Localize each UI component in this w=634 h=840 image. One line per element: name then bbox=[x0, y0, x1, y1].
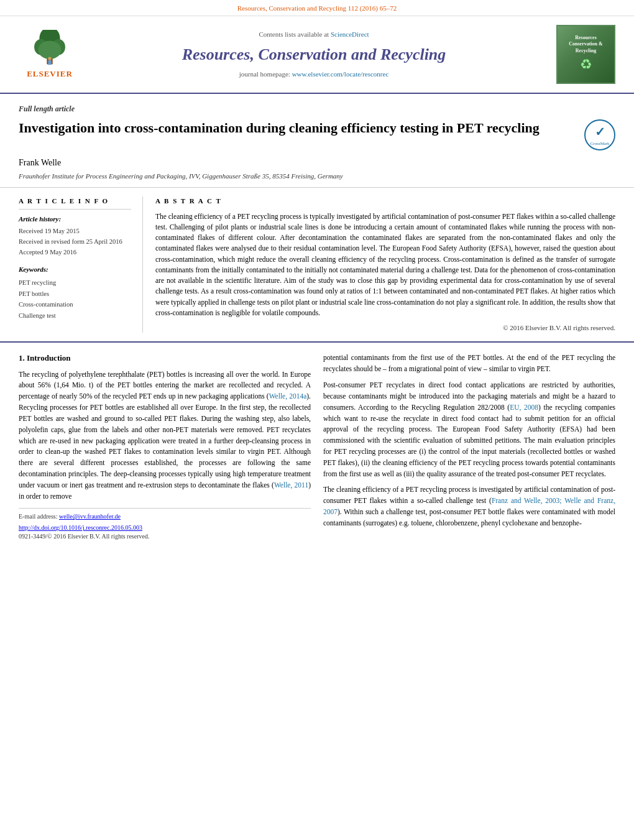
right-para-1: potential contaminants from the first us… bbox=[323, 353, 615, 375]
abstract-column: A B S T R A C T The cleaning efficiency … bbox=[155, 196, 615, 333]
left-content-column: 1. Introduction The recycling of polyeth… bbox=[19, 353, 311, 541]
journal-title-area: Contents lists available at ScienceDirec… bbox=[81, 30, 547, 79]
sciencedirect-link[interactable]: ScienceDirect bbox=[331, 30, 369, 38]
email-label: E-mail address: bbox=[19, 513, 57, 520]
keyword-pet-bottles: PET bottles bbox=[19, 288, 131, 300]
top-bar: Resources, Conservation and Recycling 11… bbox=[0, 0, 634, 16]
article-info-column: A R T I C L E I N F O Article history: R… bbox=[19, 196, 143, 333]
article-info-abstract-row: A R T I C L E I N F O Article history: R… bbox=[0, 188, 634, 343]
welle-2014a-link[interactable]: Welle, 2014a bbox=[269, 392, 307, 400]
crossmark-icon: ✓ bbox=[595, 123, 605, 141]
journal-header: ELSEVIER Contents lists available at Sci… bbox=[0, 16, 634, 94]
article-history: Article history: Received 19 May 2015 Re… bbox=[19, 215, 131, 258]
sciencedirect-line: Contents lists available at ScienceDirec… bbox=[81, 30, 547, 39]
article-type-label: Full length article bbox=[19, 104, 615, 114]
article-title-row: Investigation into cross-contamination d… bbox=[19, 119, 615, 150]
doi-link[interactable]: http://dx.doi.org/10.1016/j.resconrec.20… bbox=[19, 524, 142, 531]
journal-name: Resources, Conservation and Recycling bbox=[81, 44, 547, 66]
elsevier-logo-area: ELSEVIER bbox=[19, 30, 81, 80]
right-para-2: Post-consumer PET recyclates in direct f… bbox=[323, 380, 615, 479]
keyword-pet-recycling: PET recycling bbox=[19, 277, 131, 288]
right-para-3: The cleaning efficiency of a PET recycli… bbox=[323, 484, 615, 528]
svg-point-4 bbox=[39, 40, 62, 59]
svg-rect-6 bbox=[48, 60, 52, 65]
article-title: Investigation into cross-contamination d… bbox=[19, 119, 584, 137]
author-affiliation: Fraunhofer Institute for Process Enginee… bbox=[19, 172, 615, 181]
journal-badge-area: Resources Conservation & Recycling ♻ bbox=[547, 25, 615, 84]
keyword-cross-contamination: Cross-contamination bbox=[19, 299, 131, 310]
elsevier-logo: ELSEVIER bbox=[19, 30, 81, 80]
keywords-label: Keywords: bbox=[19, 265, 131, 274]
right-content-column: potential contaminants from the first us… bbox=[323, 353, 615, 541]
history-label: Article history: bbox=[19, 215, 131, 224]
footnote-area: E-mail address: welle@ivv.fraunhofer.de bbox=[19, 508, 311, 521]
doi-line: http://dx.doi.org/10.1016/j.resconrec.20… bbox=[19, 524, 311, 532]
journal-homepage-line: journal homepage: www.elsevier.com/locat… bbox=[81, 70, 547, 79]
abstract-heading: A B S T R A C T bbox=[155, 196, 615, 206]
article-keywords: Keywords: PET recycling PET bottles Cros… bbox=[19, 265, 131, 321]
author-name: Frank Welle bbox=[19, 157, 615, 169]
journal-homepage-link[interactable]: www.elsevier.com/locate/resconrec bbox=[292, 70, 389, 78]
welle-2011-link[interactable]: Welle, 2011 bbox=[274, 481, 308, 489]
issn-line: 0921-3449/© 2016 Elsevier B.V. All right… bbox=[19, 532, 311, 541]
elsevier-brand-text: ELSEVIER bbox=[27, 68, 73, 80]
intro-section-number: 1. Introduction bbox=[19, 353, 311, 364]
franz-welle-2003-link[interactable]: Franz and Welle, 2003; Welle and Franz, … bbox=[323, 497, 615, 515]
main-content: 1. Introduction The recycling of polyeth… bbox=[0, 343, 634, 551]
elsevier-tree-icon bbox=[28, 30, 71, 67]
abstract-text: The cleaning efficiency of a PET recycli… bbox=[155, 211, 615, 319]
copyright-line: © 2016 Elsevier B.V. All rights reserved… bbox=[155, 323, 615, 333]
crossmark-badge: ✓ CrossMark bbox=[584, 119, 615, 150]
badge-text: Resources Conservation & Recycling bbox=[561, 35, 610, 54]
svg-point-5 bbox=[48, 57, 52, 60]
recycle-icon: ♻ bbox=[580, 55, 592, 75]
journal-citation: Resources, Conservation and Recycling 11… bbox=[237, 4, 397, 12]
author-email[interactable]: welle@ivv.fraunhofer.de bbox=[59, 513, 121, 520]
journal-badge: Resources Conservation & Recycling ♻ bbox=[556, 25, 615, 84]
received-date: Received 19 May 2015 Received in revised… bbox=[19, 226, 131, 257]
keyword-challenge-test: Challenge test bbox=[19, 310, 131, 321]
intro-paragraph-1: The recycling of polyethylene terephthal… bbox=[19, 369, 311, 502]
crossmark-label: CrossMark bbox=[590, 141, 609, 147]
keywords-list: PET recycling PET bottles Cross-contamin… bbox=[19, 277, 131, 321]
email-line: E-mail address: welle@ivv.fraunhofer.de bbox=[19, 512, 311, 521]
article-info-heading: A R T I C L E I N F O bbox=[19, 196, 131, 209]
article-header: Full length article Investigation into c… bbox=[0, 94, 634, 188]
eu-2008-link[interactable]: EU, 2008 bbox=[510, 404, 538, 411]
